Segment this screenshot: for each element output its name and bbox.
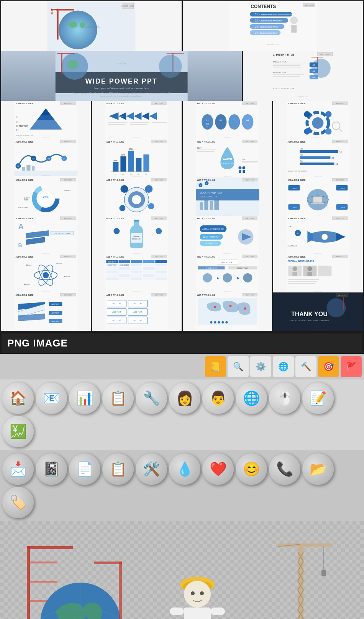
svg-point-120 [326,111,332,117]
svg-point-273 [156,228,162,234]
slide-globe-clients[interactable]: ADD A TITLE SLIDE MARY LOGO CLIENTS CLIE… [273,177,363,216]
svg-text:FOR THE PEOPLE: FOR THE PEOPLE [221,163,234,164]
slide-data-table[interactable]: ADD A TITLE SLIDE MARY LOGO ADD TEXT INS… [92,254,182,292]
icon-circle-water: 💧 [169,453,200,485]
svg-text:ADD: ADD [206,123,209,125]
slide-circular-diagram[interactable]: ADD A TITLE SLIDE MARY LOGO asadal.com [92,177,182,216]
slide-pie-1[interactable]: ADD A TITLE SLIDE MARY LOGO 37% CLIENTS … [1,177,91,216]
slide-gear[interactable]: ADD A TITLE SLIDE MARY LOGO asadal.com [273,101,363,139]
slide-ribbons[interactable]: ADD A TITLE SLIDE MARY LOGO ADD TEXT ADD… [1,292,91,331]
slide-process-1[interactable]: ADD A TITLE SLIDE MARY LOGO 01 02 03 04 [1,139,91,177]
svg-text:CLIENTS: CLIENTS [339,207,345,209]
svg-rect-27 [291,25,297,33]
slide-main-title[interactable]: WIDE POWER PPT Insert your subtitle or m… [1,51,242,101]
slide-construction[interactable]: asadal.com INSERT LOGO [1,1,182,51]
svg-rect-177 [243,170,245,173]
icon-circle-home: 🏠 [2,383,34,414]
svg-rect-339 [106,274,118,277]
textboxes-svg: ADD A TITLE SLIDE MARY LOGO ADD TEXT ADD… [92,292,182,331]
slide-bar-chart[interactable]: ADD A TITLE SLIDE MARY LOGO 40% 70% 90% … [92,139,182,177]
slide-world-map[interactable]: ADD A TITLE SLIDE MARY LOGO asa [183,292,272,331]
slide-bottle[interactable]: ADD A TITLE SLIDE MARY LOGO ASADAL INTER… [92,216,182,254]
slide-circle-flow[interactable]: ADD A TITLE SLIDE MARY LOGO 01 02 03 04 … [183,101,272,139]
svg-text:ADD TEXT: ADD TEXT [52,320,59,322]
svg-text:Text: Text [300,160,303,162]
icon-circle-note: 📝 [302,383,334,414]
svg-text:01: 01 [17,165,20,167]
row-table: ADD A TITLE SLIDE MARY LOGO Add text Add… [1,254,363,292]
slide-business-photo[interactable]: ADD A TITLE SLIDE MARY LOGO ASADAL INTER… [273,254,363,292]
svg-rect-149 [128,151,134,172]
icon-circle-diary: 📓 [36,453,67,485]
svg-rect-340 [118,274,130,277]
slide-add-text-boxes[interactable]: ADD A TITLE SLIDE MARY LOGO ADD TEXT ADD… [92,292,182,331]
slide-arrows[interactable]: ADD A TITLE SLIDE MARY LOGO 01 02 03 [92,101,182,139]
slide-city-flow[interactable]: ADD A TITLE SLIDE MARY LOGO CLICK TO ADD… [183,177,272,216]
svg-text:04: 04 [16,129,18,131]
svg-text:04: 04 [313,64,315,66]
svg-text:ADD A TITLE SLIDE: ADD A TITLE SLIDE [197,179,215,181]
svg-rect-493 [321,570,326,576]
slide-horiz-bars[interactable]: ADD A TITLE SLIDE MARY LOGO Text 4.5 Tex… [273,139,363,177]
svg-text:MARY LOGO: MARY LOGO [245,256,253,258]
ribbons-svg: ADD A TITLE SLIDE MARY LOGO ADD TEXT ADD… [1,292,91,331]
row-1: asadal.com INSERT LOGO CONTENTS 01 Conte… [1,1,363,51]
svg-text:01: 01 [16,116,18,118]
slide-water-info[interactable]: ADD A TITLE SLIDE MARY LOGO WATER FOR TH… [183,139,272,177]
svg-text:ADD A TITLE SLIDE: ADD A TITLE SLIDE [15,141,34,143]
slide-oval-buttons[interactable]: ADD A TITLE SLIDE MARY LOGO ASADAL INTER… [183,216,272,254]
svg-text:37%: 37% [43,195,49,198]
svg-text:ADD A TITLE SLIDE: ADD A TITLE SLIDE [288,217,306,220]
svg-text:asadal.com: asadal.com [116,62,126,65]
circular-svg: ADD A TITLE SLIDE MARY LOGO asadal.com [92,177,182,216]
svg-point-102 [202,114,213,130]
svg-point-118 [312,117,324,129]
svg-text:MARY LOGO: MARY LOGO [64,103,72,104]
svg-text:TEXT: TEXT [242,159,246,161]
slide-letter-ab[interactable]: ADD A TITLE SLIDE MARY LOGO A B CLICK TO… [1,216,91,254]
svg-text:Asadal stands for the "morning: Asadal stands for the "morning land" in … [100,95,143,97]
row-process: ADD A TITLE SLIDE MARY LOGO 01 02 03 04 [1,139,363,177]
svg-text:ASADAL INTERNET, INC: ASADAL INTERNET, INC [273,87,295,90]
icon-circle-percent: 💹 [2,416,34,447]
svg-text:04: 04 [255,31,258,34]
icon-circle-heart: ❤️ [202,453,234,485]
extra-icons-row: 📒 🔍 ⚙️ 🌐 🔨 🎯 🚩 [0,354,364,379]
slide-pyramid[interactable]: ADD A TITLE SLIDE MARY LOGO 01 02 03 ADD… [1,101,91,139]
icon-target: 🎯 [318,356,339,377]
slide-thank-you[interactable]: MARY LOGO THANK YOU Insert your subtitle… [273,292,363,331]
slide-atom[interactable]: ADD A TITLE SLIDE MARY LOGO Add text Add… [1,254,91,292]
svg-text:ADD TEXT: ADD TEXT [108,261,116,263]
svg-text:MARY LOGO: MARY LOGO [245,179,253,181]
svg-rect-172 [242,161,258,162]
icon-search: 🔍 [228,356,249,377]
slide-rocket[interactable]: ADD A TITLE SLIDE INSERT TEXT 02 TEXT AD… [273,216,363,254]
svg-text:ADD A TITLE SLIDE: ADD A TITLE SLIDE [106,294,125,296]
svg-rect-333 [155,267,167,270]
slide-insert-title[interactable]: 1. INSERT TITLE MARY LOGO INSERT TEXT IN… [243,51,363,101]
slide-contents[interactable]: CONTENTS 01 Content item one description… [183,1,363,51]
svg-rect-373 [318,266,332,276]
svg-rect-321 [155,260,167,263]
svg-text:4.3: 4.3 [336,163,338,165]
svg-text:CLIENTS: CLIENTS [339,187,345,189]
svg-point-104 [228,114,240,130]
svg-point-417 [244,307,246,310]
slide-insert-text-flow[interactable]: ADD A TITLE SLIDE MARY LOGO INSERT TEXT … [183,254,272,292]
svg-text:02: 02 [220,119,222,122]
icon-circle-man: 👨 [202,383,234,414]
svg-text:03: 03 [313,70,315,72]
svg-point-103 [215,114,226,130]
process1-svg: ADD A TITLE SLIDE MARY LOGO 01 02 03 04 [1,139,91,177]
bottle-svg: ADD A TITLE SLIDE MARY LOGO ASADAL INTER… [92,216,182,254]
svg-rect-148 [120,156,126,172]
svg-text:03 ADD TEXT: 03 ADD TEXT [16,125,28,127]
png-section: PNG IMAGE [0,332,364,354]
thankyou-svg: MARY LOGO THANK YOU Insert your subtitle… [273,292,363,331]
svg-rect-434 [27,546,73,549]
svg-text:02: 02 [255,19,258,22]
icon-circle-clipboard: 📋 [102,453,134,485]
svg-text:MARY LOGO: MARY LOGO [245,103,253,104]
letter-svg: ADD A TITLE SLIDE MARY LOGO A B CLICK TO… [1,216,91,254]
svg-text:MARY LOGO: MARY LOGO [155,179,163,181]
